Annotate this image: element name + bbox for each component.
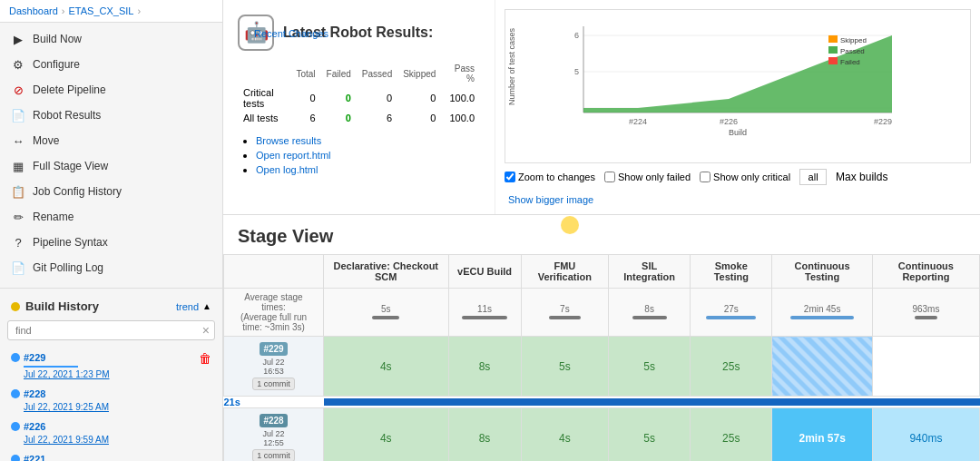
- build-box-228[interactable]: #228: [260, 414, 287, 427]
- build-row-229: #229 Jul 2216:53 1 commit 4s 8s 5s 5s 25…: [224, 337, 980, 397]
- stage-col-sil: SIL Integration: [609, 255, 691, 289]
- commit-badge-228: 1 commit: [252, 449, 295, 461]
- svg-text:Skipped: Skipped: [840, 36, 867, 44]
- sidebar-item-job-config-history[interactable]: 📋 Job Config History: [0, 179, 222, 204]
- sidebar-item-robot-results[interactable]: 📄 Robot Results: [0, 103, 222, 128]
- top-section: Recent Changes 🤖 Latest Robot Results: T…: [223, 0, 980, 215]
- stage-col-smoke: Smoke Testing: [691, 255, 772, 289]
- sidebar-item-move[interactable]: ↔ Move: [0, 128, 222, 153]
- row-pass-pct-critical: 100.0: [441, 85, 480, 111]
- stage-229-sil: 5s: [609, 337, 691, 397]
- find-input-wrapper: ×: [0, 320, 222, 348]
- stage-228-cont-reporting: 940ms: [872, 408, 979, 462]
- avg-times-row: Average stage times: (Average full run t…: [224, 289, 980, 337]
- build-number-226[interactable]: #226: [24, 421, 45, 432]
- show-bigger-image-link[interactable]: Show bigger image: [508, 194, 593, 205]
- build-date-228-stage: Jul 2212:55: [231, 429, 316, 447]
- chart-container: Number of test cases 6 5: [505, 9, 971, 163]
- build-date-229[interactable]: Jul 22, 2021 1:23 PM: [24, 369, 110, 379]
- svg-text:6: 6: [574, 31, 579, 40]
- sidebar-item-git-polling-log[interactable]: 📄 Git Polling Log: [0, 255, 222, 280]
- find-input[interactable]: [7, 320, 215, 340]
- row-skipped-critical: 0: [397, 85, 441, 111]
- svg-text:5: 5: [574, 67, 579, 76]
- svg-rect-16: [828, 57, 838, 64]
- svg-text:Passed: Passed: [840, 47, 865, 55]
- sidebar-item-configure[interactable]: ⚙ Configure: [0, 52, 222, 77]
- sidebar-label-configure: Configure: [33, 58, 80, 71]
- avg-smoke: 27s: [691, 289, 772, 337]
- stage-col-continuous-testing: Continuous Testing: [772, 255, 872, 289]
- trend-link[interactable]: trend: [176, 301, 199, 312]
- avg-cont-reporting: 963ms: [872, 289, 979, 337]
- sidebar-label-delete-pipeline: Delete Pipeline: [33, 83, 106, 96]
- browse-results-link[interactable]: Browse results: [256, 135, 321, 146]
- build-date-226[interactable]: Jul 22, 2021 9:59 AM: [24, 435, 109, 445]
- configure-icon: ⚙: [11, 57, 25, 72]
- avg-cont-testing: 2min 45s: [772, 289, 872, 337]
- svg-rect-14: [828, 46, 838, 54]
- build-number-221[interactable]: #221: [24, 454, 45, 461]
- results-table: Total Failed Passed Skipped Pass % Criti…: [238, 62, 480, 125]
- stage-col-checkout: Declarative: Checkout SCM: [324, 255, 449, 289]
- rename-icon: ✏: [11, 210, 25, 224]
- breadcrumb-dashboard[interactable]: Dashboard: [9, 5, 58, 16]
- build-item-info-226: #226 Jul 22, 2021 9:59 AM: [24, 420, 211, 446]
- chart-svg: 6 5 #224 #226 #229 Build: [540, 17, 917, 135]
- progress-bar-cell-229: [324, 397, 980, 408]
- sidebar-item-pipeline-syntax[interactable]: ? Pipeline Syntax: [0, 230, 222, 255]
- build-history-title: Build History: [11, 299, 99, 313]
- build-number-228[interactable]: #228: [24, 388, 45, 399]
- link-log: Open log.html: [256, 163, 480, 176]
- only-failed-checkbox-input[interactable]: [604, 172, 615, 182]
- results-row-all: All tests 6 0 6 0 100.0: [238, 111, 480, 125]
- stage-col-continuous-reporting: Continuous Reporting: [872, 255, 979, 289]
- delete-pipeline-icon: ⊘: [11, 83, 25, 97]
- sidebar-item-rename[interactable]: ✏ Rename: [0, 204, 222, 230]
- sidebar-item-build-now[interactable]: ▶ Build Now: [0, 26, 222, 52]
- build-item-info-221: #221 Jul 22, 2021 7:53 AM: [24, 453, 211, 461]
- sidebar-label-job-config-history: Job Config History: [33, 185, 122, 198]
- avg-label-cell: Average stage times: (Average full run t…: [224, 289, 324, 337]
- chart-controls: Zoom to changes Show only failed Show on…: [505, 169, 971, 205]
- collapse-icon[interactable]: ▲: [202, 301, 211, 311]
- chart-y-label: Number of test cases: [507, 28, 516, 105]
- link-report: Open report.html: [256, 149, 480, 162]
- only-critical-checkbox-input[interactable]: [700, 172, 710, 182]
- svg-text:Build: Build: [729, 128, 747, 135]
- max-builds-input[interactable]: [799, 169, 827, 185]
- row-label-all: All tests: [238, 111, 290, 125]
- row-failed-all: 0: [321, 111, 357, 125]
- avg-checkout: 5s: [324, 289, 449, 337]
- build-now-icon: ▶: [11, 32, 25, 46]
- sidebar-menu: ▶ Build Now ⚙ Configure ⊘ Delete Pipelin…: [0, 23, 222, 284]
- sidebar-item-delete-pipeline[interactable]: ⊘ Delete Pipeline: [0, 77, 222, 103]
- show-only-failed-checkbox[interactable]: Show only failed: [604, 172, 691, 182]
- svg-text:Failed: Failed: [840, 58, 860, 66]
- build-history-label: Build History: [25, 299, 99, 313]
- stage-col-vecu: vECU Build: [448, 255, 521, 289]
- robot-links-list: Browse results Open report.html Open log…: [238, 134, 480, 176]
- zoom-checkbox-input[interactable]: [505, 172, 515, 182]
- breadcrumb-pipeline[interactable]: ETAS_CX_SIL: [69, 5, 134, 16]
- build-box-229[interactable]: #229: [260, 342, 287, 356]
- stage-228-cont-testing: 2min 57s: [772, 408, 872, 462]
- zoom-to-changes-checkbox[interactable]: Zoom to changes: [505, 172, 595, 182]
- only-failed-label: Show only failed: [618, 172, 691, 182]
- recent-changes-link[interactable]: Recent Changes: [254, 28, 328, 39]
- col-header-pass-pct: Pass %: [441, 62, 480, 85]
- build-item-221: #221 Jul 22, 2021 7:53 AM: [0, 449, 222, 461]
- build-date-228[interactable]: Jul 22, 2021 9:25 AM: [24, 402, 109, 412]
- stage-229-cont-testing: [772, 337, 872, 397]
- show-only-critical-checkbox[interactable]: Show only critical: [700, 172, 790, 182]
- build-number-229[interactable]: #229: [24, 352, 45, 363]
- stage-228-sil: 5s: [609, 408, 691, 462]
- row-total-critical: 0: [290, 85, 320, 111]
- build-delete-229[interactable]: 🗑: [199, 351, 211, 366]
- log-html-link[interactable]: Open log.html: [256, 164, 318, 175]
- col-header-label: [238, 62, 290, 85]
- report-html-link[interactable]: Open report.html: [256, 150, 331, 161]
- sidebar-item-full-stage-view[interactable]: ▦ Full Stage View: [0, 153, 222, 179]
- build-history-dot: [11, 302, 20, 311]
- find-clear-button[interactable]: ×: [202, 324, 210, 337]
